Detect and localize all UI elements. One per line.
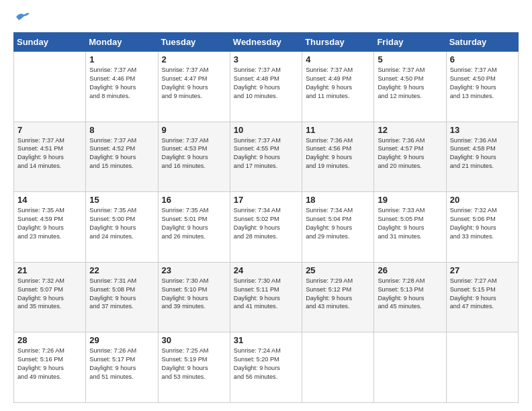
calendar-cell: 27Sunrise: 7:27 AMSunset: 5:15 PMDayligh… xyxy=(446,262,518,332)
calendar-cell: 20Sunrise: 7:32 AMSunset: 5:06 PMDayligh… xyxy=(446,192,518,263)
calendar-header-row: SundayMondayTuesdayWednesdayThursdayFrid… xyxy=(14,33,519,52)
calendar-cell: 21Sunrise: 7:32 AMSunset: 5:07 PMDayligh… xyxy=(14,262,86,332)
cell-details: Sunrise: 7:26 AMSunset: 5:16 PMDaylight:… xyxy=(17,347,82,381)
calendar-cell: 23Sunrise: 7:30 AMSunset: 5:10 PMDayligh… xyxy=(158,262,230,332)
day-number: 2 xyxy=(162,54,226,64)
week-row-2: 7Sunrise: 7:37 AMSunset: 4:51 PMDaylight… xyxy=(14,122,519,192)
calendar-cell: 15Sunrise: 7:35 AMSunset: 5:00 PMDayligh… xyxy=(86,192,158,263)
col-header-tuesday: Tuesday xyxy=(158,33,230,52)
cell-details: Sunrise: 7:36 AMSunset: 4:58 PMDaylight:… xyxy=(450,136,515,171)
col-header-sunday: Sunday xyxy=(14,33,86,52)
day-number: 9 xyxy=(162,125,226,135)
day-number: 11 xyxy=(306,125,370,135)
cell-details: Sunrise: 7:34 AMSunset: 5:02 PMDaylight:… xyxy=(234,206,298,241)
cell-details: Sunrise: 7:35 AMSunset: 5:00 PMDaylight:… xyxy=(89,206,154,241)
cell-details: Sunrise: 7:37 AMSunset: 4:52 PMDaylight:… xyxy=(89,136,154,171)
calendar-cell: 10Sunrise: 7:37 AMSunset: 4:55 PMDayligh… xyxy=(230,122,302,192)
col-header-thursday: Thursday xyxy=(302,33,374,52)
cell-details: Sunrise: 7:26 AMSunset: 5:17 PMDaylight:… xyxy=(89,347,154,381)
calendar-cell: 17Sunrise: 7:34 AMSunset: 5:02 PMDayligh… xyxy=(230,192,302,263)
day-number: 24 xyxy=(234,265,298,275)
calendar-cell xyxy=(446,332,518,403)
cell-details: Sunrise: 7:37 AMSunset: 4:48 PMDaylight:… xyxy=(234,66,298,101)
logo-bird-icon xyxy=(15,11,30,23)
cell-details: Sunrise: 7:25 AMSunset: 5:19 PMDaylight:… xyxy=(162,347,226,381)
calendar-cell: 30Sunrise: 7:25 AMSunset: 5:19 PMDayligh… xyxy=(158,332,230,403)
col-header-saturday: Saturday xyxy=(446,33,518,52)
day-number: 23 xyxy=(162,265,226,275)
day-number: 14 xyxy=(17,195,82,205)
day-number: 4 xyxy=(306,54,370,64)
cell-details: Sunrise: 7:37 AMSunset: 4:55 PMDaylight:… xyxy=(234,136,298,171)
calendar-cell xyxy=(14,52,86,122)
cell-details: Sunrise: 7:29 AMSunset: 5:12 PMDaylight:… xyxy=(306,277,370,312)
day-number: 6 xyxy=(450,54,515,64)
cell-details: Sunrise: 7:34 AMSunset: 5:04 PMDaylight:… xyxy=(306,206,370,241)
week-row-5: 28Sunrise: 7:26 AMSunset: 5:16 PMDayligh… xyxy=(14,332,519,403)
calendar-cell: 11Sunrise: 7:36 AMSunset: 4:56 PMDayligh… xyxy=(302,122,374,192)
calendar-cell: 3Sunrise: 7:37 AMSunset: 4:48 PMDaylight… xyxy=(230,52,302,122)
day-number: 1 xyxy=(89,54,154,64)
calendar-cell: 19Sunrise: 7:33 AMSunset: 5:05 PMDayligh… xyxy=(374,192,446,263)
day-number: 25 xyxy=(306,265,370,275)
day-number: 30 xyxy=(162,335,226,345)
day-number: 22 xyxy=(89,265,154,275)
cell-details: Sunrise: 7:31 AMSunset: 5:08 PMDaylight:… xyxy=(89,277,154,312)
week-row-4: 21Sunrise: 7:32 AMSunset: 5:07 PMDayligh… xyxy=(14,262,519,332)
day-number: 7 xyxy=(17,125,82,135)
calendar-cell: 4Sunrise: 7:37 AMSunset: 4:49 PMDaylight… xyxy=(302,52,374,122)
calendar-cell: 18Sunrise: 7:34 AMSunset: 5:04 PMDayligh… xyxy=(302,192,374,263)
calendar-cell: 1Sunrise: 7:37 AMSunset: 4:46 PMDaylight… xyxy=(86,52,158,122)
cell-details: Sunrise: 7:32 AMSunset: 5:07 PMDaylight:… xyxy=(17,277,82,312)
day-number: 3 xyxy=(234,54,298,64)
col-header-friday: Friday xyxy=(374,33,446,52)
calendar-cell: 29Sunrise: 7:26 AMSunset: 5:17 PMDayligh… xyxy=(86,332,158,403)
cell-details: Sunrise: 7:35 AMSunset: 5:01 PMDaylight:… xyxy=(162,206,226,241)
cell-details: Sunrise: 7:37 AMSunset: 4:50 PMDaylight:… xyxy=(450,66,515,101)
day-number: 29 xyxy=(89,335,154,345)
calendar-cell: 14Sunrise: 7:35 AMSunset: 4:59 PMDayligh… xyxy=(14,192,86,263)
calendar-cell: 7Sunrise: 7:37 AMSunset: 4:51 PMDaylight… xyxy=(14,122,86,192)
cell-details: Sunrise: 7:35 AMSunset: 4:59 PMDaylight:… xyxy=(17,206,82,241)
calendar-cell: 9Sunrise: 7:37 AMSunset: 4:53 PMDaylight… xyxy=(158,122,230,192)
day-number: 27 xyxy=(450,265,515,275)
cell-details: Sunrise: 7:37 AMSunset: 4:50 PMDaylight:… xyxy=(378,66,442,101)
calendar-cell: 31Sunrise: 7:24 AMSunset: 5:20 PMDayligh… xyxy=(230,332,302,403)
week-row-3: 14Sunrise: 7:35 AMSunset: 4:59 PMDayligh… xyxy=(14,192,519,263)
week-row-1: 1Sunrise: 7:37 AMSunset: 4:46 PMDaylight… xyxy=(14,52,519,122)
calendar-cell: 6Sunrise: 7:37 AMSunset: 4:50 PMDaylight… xyxy=(446,52,518,122)
cell-details: Sunrise: 7:36 AMSunset: 4:56 PMDaylight:… xyxy=(306,136,370,171)
day-number: 5 xyxy=(378,54,442,64)
calendar-table: SundayMondayTuesdayWednesdayThursdayFrid… xyxy=(13,32,519,403)
calendar-cell: 12Sunrise: 7:36 AMSunset: 4:57 PMDayligh… xyxy=(374,122,446,192)
day-number: 17 xyxy=(234,195,298,205)
cell-details: Sunrise: 7:24 AMSunset: 5:20 PMDaylight:… xyxy=(234,347,298,381)
day-number: 16 xyxy=(162,195,226,205)
calendar-cell: 8Sunrise: 7:37 AMSunset: 4:52 PMDaylight… xyxy=(86,122,158,192)
logo xyxy=(13,11,30,26)
day-number: 12 xyxy=(378,125,442,135)
cell-details: Sunrise: 7:37 AMSunset: 4:51 PMDaylight:… xyxy=(17,136,82,171)
calendar-cell: 26Sunrise: 7:28 AMSunset: 5:13 PMDayligh… xyxy=(374,262,446,332)
calendar-cell: 28Sunrise: 7:26 AMSunset: 5:16 PMDayligh… xyxy=(14,332,86,403)
day-number: 18 xyxy=(306,195,370,205)
calendar-cell: 16Sunrise: 7:35 AMSunset: 5:01 PMDayligh… xyxy=(158,192,230,263)
day-number: 19 xyxy=(378,195,442,205)
col-header-monday: Monday xyxy=(86,33,158,52)
header xyxy=(13,11,519,26)
calendar-cell: 24Sunrise: 7:30 AMSunset: 5:11 PMDayligh… xyxy=(230,262,302,332)
calendar-cell: 25Sunrise: 7:29 AMSunset: 5:12 PMDayligh… xyxy=(302,262,374,332)
page: SundayMondayTuesdayWednesdayThursdayFrid… xyxy=(0,0,532,411)
calendar-cell xyxy=(374,332,446,403)
cell-details: Sunrise: 7:28 AMSunset: 5:13 PMDaylight:… xyxy=(378,277,442,312)
cell-details: Sunrise: 7:37 AMSunset: 4:47 PMDaylight:… xyxy=(162,66,226,101)
cell-details: Sunrise: 7:27 AMSunset: 5:15 PMDaylight:… xyxy=(450,277,515,312)
day-number: 26 xyxy=(378,265,442,275)
cell-details: Sunrise: 7:30 AMSunset: 5:11 PMDaylight:… xyxy=(234,277,298,312)
cell-details: Sunrise: 7:32 AMSunset: 5:06 PMDaylight:… xyxy=(450,206,515,241)
calendar-cell: 2Sunrise: 7:37 AMSunset: 4:47 PMDaylight… xyxy=(158,52,230,122)
calendar-cell xyxy=(302,332,374,403)
day-number: 13 xyxy=(450,125,515,135)
day-number: 20 xyxy=(450,195,515,205)
calendar-cell: 13Sunrise: 7:36 AMSunset: 4:58 PMDayligh… xyxy=(446,122,518,192)
